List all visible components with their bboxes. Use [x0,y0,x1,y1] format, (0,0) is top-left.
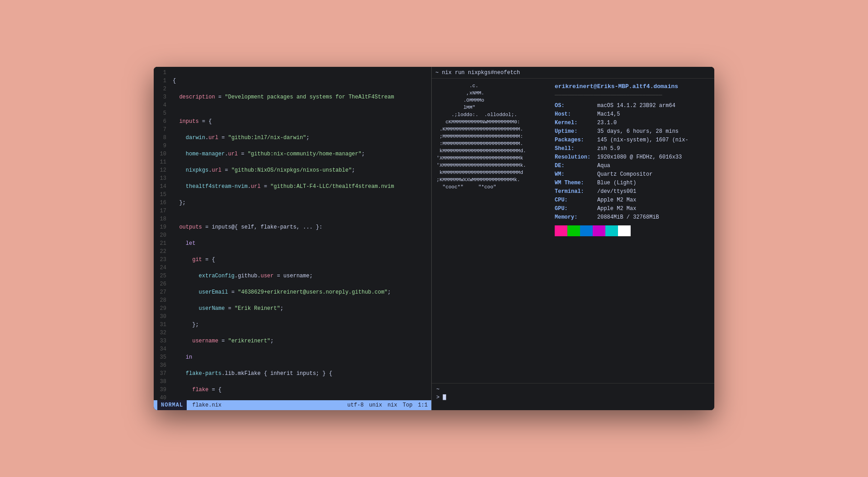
info-separator: ───────────────────────────────── [555,91,709,100]
terminal-pane: ~ nix run nixpkgs#neofetch .c. ,xNMM. .O… [432,67,714,410]
info-rows: OS:macOS 14.1.2 23B92 arm64Host:Mac14,5K… [555,102,709,222]
info-row: Resolution:1920x1080 @ FHDHz, 6016x33 [555,153,709,162]
terminal-window: 11234 56789 1011121314 1516171819 202122… [154,67,714,410]
encoding: utf-8 [347,402,363,408]
ascii-art: .c. ,xNMM. .OMMMMo lMM" .;loddo:. .ollod… [432,79,549,383]
color-swatch [618,225,631,236]
system-info: erikreinert@Eriks-MBP.altf4.domains ────… [549,79,714,383]
info-row: Host:Mac14,5 [555,110,709,119]
prompt-tilde: ~ [436,386,710,393]
editor-pane: 11234 56789 1011121314 1516171819 202122… [154,67,432,410]
prompt-cursor: > █ [436,394,710,401]
terminal-body: 11234 56789 1011121314 1516171819 202122… [154,67,714,410]
terminal-command: ~ nix run nixpkgs#neofetch [435,70,520,76]
format: unix [369,402,382,408]
color-swatch [593,225,605,236]
info-row: GPU:Apple M2 Max [555,205,709,213]
color-swatch [555,225,567,236]
status-bar: NORMAL flake.nix utf-8 unix nix Top 1:1 [154,400,431,410]
info-row: Packages:145 (nix-system), 1607 (nix- [555,136,709,145]
color-swatches [555,225,709,236]
neofetch-output: .c. ,xNMM. .OMMMMo lMM" .;loddo:. .ollod… [432,79,714,383]
editor-content: 11234 56789 1011121314 1516171819 202122… [154,67,431,400]
color-swatch [580,225,593,236]
info-row: WM Theme:Blue (Light) [555,179,709,187]
info-username-line: erikreinert@Eriks-MBP.altf4.domains [555,82,709,91]
color-swatch [567,225,580,236]
info-row: Shell:zsh 5.9 [555,145,709,153]
info-row: Terminal:/dev/ttys001 [555,187,709,196]
info-row: CPU:Apple M2 Max [555,196,709,205]
status-info: utf-8 unix nix Top 1:1 [347,402,428,408]
hostname: Eriks-MBP.altf4.domains [597,83,678,90]
code-area[interactable]: { description = "Development packages an… [170,67,431,400]
info-row: OS:macOS 14.1.2 23B92 arm64 [555,102,709,110]
info-row: DE:Aqua [555,162,709,170]
editor-filename: flake.nix [192,402,222,408]
info-row: Kernel:23.1.0 [555,119,709,127]
color-swatch [605,225,618,236]
info-row: Uptime:35 days, 6 hours, 28 mins [555,127,709,136]
info-row: WM:Quartz Compositor [555,170,709,179]
cursor-pos: 1:1 [418,402,428,408]
position-top: Top [403,402,413,408]
info-row: Memory:20884MiB / 32768MiB [555,213,709,222]
mode-badge: NORMAL [157,400,187,410]
terminal-command-bar: ~ nix run nixpkgs#neofetch [432,67,714,79]
username: erikreinert [555,83,594,90]
line-numbers: 11234 56789 1011121314 1516171819 202122… [154,67,170,400]
filetype: nix [387,402,397,408]
terminal-prompt-area[interactable]: ~ > █ [432,383,714,410]
